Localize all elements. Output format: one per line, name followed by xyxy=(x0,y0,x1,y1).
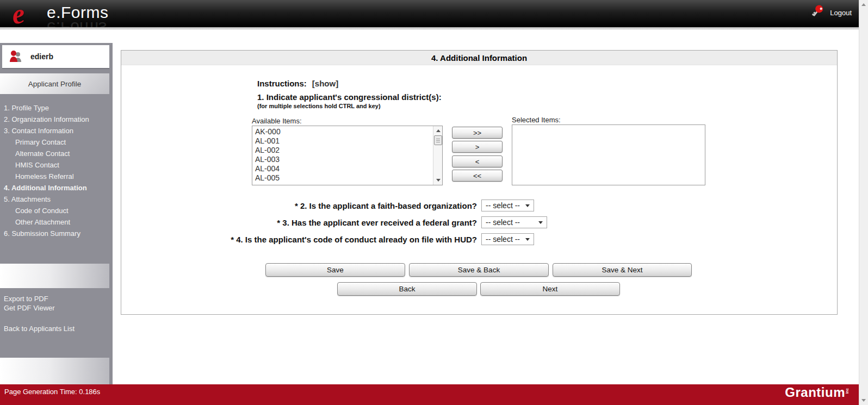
page-scroll-down-icon[interactable] xyxy=(861,399,866,402)
question4-row: * 4. Is the applicant's code of conduct … xyxy=(121,233,534,246)
list-item[interactable]: AL-001 xyxy=(252,136,432,146)
question3-row: * 3. Has the applicant ever received a f… xyxy=(121,216,547,229)
list-item[interactable]: AK-000 xyxy=(252,127,432,136)
page: e e.Forms e.Forms Logout edierb xyxy=(0,0,868,405)
move-left-button[interactable]: < xyxy=(452,155,503,167)
question2-row: * 2. Is the applicant a faith-based orga… xyxy=(121,199,534,212)
faith-based-select[interactable]: -- select -- xyxy=(481,200,534,211)
list-item[interactable]: AL-003 xyxy=(252,155,432,164)
user-box: edierb xyxy=(2,45,109,69)
sidebar-item-hmis-contact[interactable]: HMIS Contact xyxy=(4,161,107,170)
federal-grant-select[interactable]: -- select -- xyxy=(481,216,547,228)
dropdown-arrow-icon xyxy=(525,204,530,207)
logout-button[interactable]: Logout xyxy=(811,4,852,21)
sidebar-item-alternate-contact[interactable]: Alternate Contact xyxy=(4,149,107,158)
available-items-list: AK-000 AL-001 AL-002 AL-003 AL-004 AL-00… xyxy=(252,126,442,183)
sidebar-item-code-of-conduct[interactable]: Code of Conduct xyxy=(4,207,107,215)
federal-grant-select-value: -- select -- xyxy=(486,218,520,227)
question1-label: 1. Indicate applicant's congressional di… xyxy=(257,92,442,102)
dropdown-arrow-icon xyxy=(538,221,543,224)
listbox-scrollbar[interactable] xyxy=(433,126,442,185)
sidebar-item-additional-information[interactable]: 4. Additional Information xyxy=(4,184,107,192)
faith-based-select-value: -- select -- xyxy=(486,201,520,210)
form-title-bar: 4. Additional Information xyxy=(121,51,837,65)
scroll-up-icon xyxy=(436,129,441,132)
page-scroll-up-icon[interactable] xyxy=(861,3,866,6)
move-right-button[interactable]: > xyxy=(452,141,503,153)
available-items-label: Available Items: xyxy=(252,117,302,125)
instructions-show-toggle[interactable]: [show] xyxy=(312,79,338,88)
back-button[interactable]: Back xyxy=(337,282,477,296)
back-to-applicants-list-link[interactable]: Back to Applicants List xyxy=(4,324,75,333)
list-item[interactable]: AL-005 xyxy=(252,173,432,183)
list-item[interactable]: AL-004 xyxy=(252,164,432,173)
eforms-logo-icon: e xyxy=(10,0,26,30)
sidebar-links: Export to PDF Get PDF Viewer Back to App… xyxy=(4,294,75,333)
page-scrollbar[interactable] xyxy=(859,0,868,405)
form-panel: 4. Additional Information Instructions:[… xyxy=(121,50,838,315)
sidebar-item-submission-summary[interactable]: 6. Submission Summary xyxy=(4,229,107,238)
sidebar-item-attachments[interactable]: 5. Attachments xyxy=(4,195,107,204)
header-divider xyxy=(0,27,868,30)
applicant-profile-label: Applicant Profile xyxy=(28,80,82,88)
sidebar-item-profile-type[interactable]: 1. Profile Type xyxy=(4,104,107,113)
sidebar-item-other-attachment[interactable]: Other Attachment xyxy=(4,218,107,227)
instructions-row: Instructions:[show] xyxy=(257,79,338,88)
dropdown-arrow-icon xyxy=(525,238,530,241)
grantium-logo: Grantium inc xyxy=(785,385,849,400)
app-header: e e.Forms e.Forms Logout xyxy=(0,0,868,27)
sidebar-nav: 1. Profile Type 2. Organization Informat… xyxy=(4,104,110,241)
scroll-down-button[interactable] xyxy=(434,176,442,184)
code-of-conduct-select[interactable]: -- select -- xyxy=(481,233,534,245)
sidebar-item-organization-information[interactable]: 2. Organization Information xyxy=(4,115,107,124)
applicant-profile-header: Applicant Profile xyxy=(0,73,109,94)
grantium-inc-suffix: inc xyxy=(845,388,849,394)
code-of-conduct-select-value: -- select -- xyxy=(486,235,520,244)
next-button[interactable]: Next xyxy=(480,282,620,296)
sidebar-item-contact-information[interactable]: 3. Contact Information xyxy=(4,127,107,135)
question1-hint: (for multiple selections hold CTRL and k… xyxy=(257,103,381,109)
question3-label: * 3. Has the applicant ever received a f… xyxy=(121,218,477,227)
grantium-wordmark: Grantium xyxy=(785,385,845,400)
sidebar-item-homeless-referral[interactable]: Homeless Referral xyxy=(4,172,107,181)
logout-label: Logout xyxy=(830,9,852,17)
selected-items-label: Selected Items: xyxy=(512,116,561,124)
list-item[interactable]: AL-002 xyxy=(252,146,432,155)
move-all-right-button[interactable]: >> xyxy=(452,127,503,139)
save-and-back-button[interactable]: Save & Back xyxy=(409,263,549,277)
sidebar-divider-block xyxy=(0,264,109,288)
instructions-label: Instructions: xyxy=(257,79,307,88)
get-pdf-viewer-link[interactable]: Get PDF Viewer xyxy=(4,303,75,313)
sidebar-bottom-block xyxy=(0,358,109,386)
question4-label: * 4. Is the applicant's code of conduct … xyxy=(121,235,477,244)
page-title: 4. Additional Information xyxy=(431,53,527,63)
sidebar-item-primary-contact[interactable]: Primary Contact xyxy=(4,138,107,147)
key-icon xyxy=(811,4,826,21)
scroll-up-button[interactable] xyxy=(434,127,442,135)
scrollbar-thumb[interactable] xyxy=(434,135,442,145)
save-button[interactable]: Save xyxy=(265,263,405,277)
move-all-left-button[interactable]: << xyxy=(452,170,503,182)
available-items-listbox[interactable]: AK-000 AL-001 AL-002 AL-003 AL-004 AL-00… xyxy=(252,126,443,185)
selected-items-listbox[interactable] xyxy=(512,124,705,185)
export-to-pdf-link[interactable]: Export to PDF xyxy=(4,294,75,303)
page-generation-time: Page Generation Time: 0.186s xyxy=(4,388,100,396)
sidebar: edierb Applicant Profile 1. Profile Type… xyxy=(0,43,113,386)
scrollbar-grip-icon xyxy=(436,139,440,142)
scroll-down-icon xyxy=(436,179,441,182)
username: edierb xyxy=(30,52,53,61)
footer: Page Generation Time: 0.186s Grantium in… xyxy=(0,384,859,405)
user-icon xyxy=(9,50,23,63)
question2-label: * 2. Is the applicant a faith-based orga… xyxy=(121,201,477,210)
save-and-next-button[interactable]: Save & Next xyxy=(553,263,692,277)
